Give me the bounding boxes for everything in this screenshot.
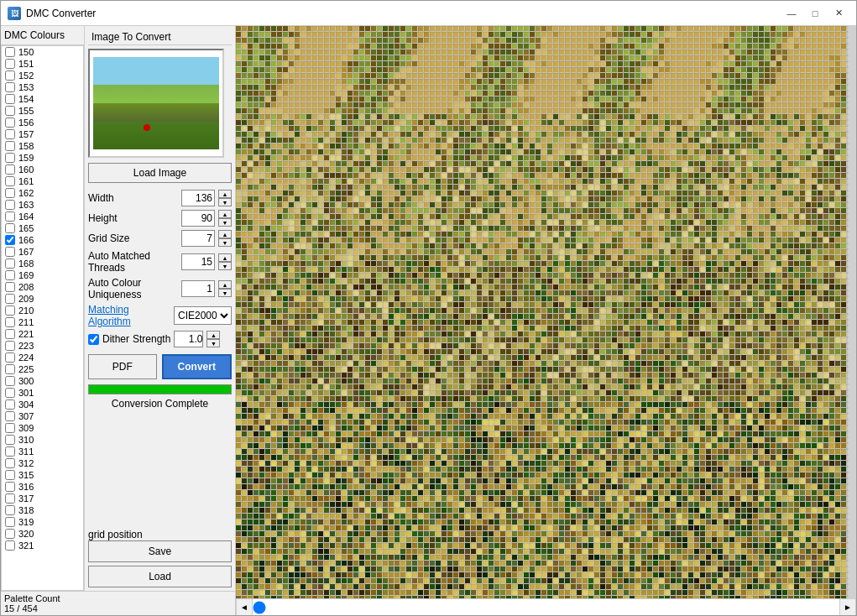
width-row: Width ▲ ▼ — [88, 190, 232, 206]
dmc-colour-checkbox[interactable] — [5, 305, 15, 316]
dmc-colour-checkbox[interactable] — [5, 247, 15, 257]
convert-button[interactable]: Convert — [162, 354, 233, 379]
dmc-colour-checkbox[interactable] — [5, 164, 15, 175]
strength-down-btn[interactable]: ▼ — [206, 339, 220, 347]
grid-size-input[interactable] — [181, 230, 215, 247]
auto-colour-input[interactable] — [181, 280, 215, 297]
list-item: 311 — [2, 446, 83, 457]
dmc-colour-checkbox[interactable] — [5, 211, 15, 222]
auto-matched-down-btn[interactable]: ▼ — [218, 262, 232, 270]
dmc-colour-checkbox[interactable] — [5, 505, 15, 515]
dmc-colour-checkbox[interactable] — [5, 235, 15, 245]
dmc-colour-checkbox[interactable] — [5, 482, 15, 492]
dmc-colour-checkbox[interactable] — [5, 364, 15, 374]
left-top: DMC Colours 1501511521531541551561571581… — [1, 26, 235, 591]
dmc-colour-checkbox[interactable] — [5, 270, 15, 280]
dmc-colour-checkbox[interactable] — [5, 317, 15, 327]
dmc-colour-label: 155 — [18, 106, 34, 116]
dmc-colour-checkbox[interactable] — [5, 388, 15, 398]
dmc-colour-checkbox[interactable] — [5, 258, 15, 269]
dmc-colour-checkbox[interactable] — [5, 188, 15, 198]
dmc-colour-list[interactable]: 1501511521531541551561571581591601611621… — [1, 45, 84, 591]
strength-up-btn[interactable]: ▲ — [206, 331, 220, 339]
title-bar: 🖼 DMC Converter — □ ✕ — [1, 1, 856, 26]
close-button[interactable]: ✕ — [828, 5, 849, 22]
grid-size-up-btn[interactable]: ▲ — [218, 230, 232, 238]
dmc-colour-checkbox[interactable] — [5, 329, 15, 339]
matching-algorithm-select[interactable]: CIE2000 RGB HSL — [174, 306, 232, 325]
dmc-colour-checkbox[interactable] — [5, 129, 15, 139]
dmc-colour-checkbox[interactable] — [5, 294, 15, 304]
dmc-colour-checkbox[interactable] — [5, 200, 15, 210]
app-icon: 🖼 — [8, 7, 21, 20]
dmc-colour-checkbox[interactable] — [5, 153, 15, 163]
dmc-colour-checkbox[interactable] — [5, 82, 15, 92]
width-spinner: ▲ ▼ — [218, 190, 232, 206]
pdf-button[interactable]: PDF — [88, 354, 157, 379]
dmc-colour-label: 168 — [18, 258, 34, 269]
scroll-left-button[interactable]: ◄ — [236, 599, 253, 616]
list-item: 304 — [2, 399, 83, 410]
dmc-colour-checkbox[interactable] — [5, 59, 15, 69]
dmc-colour-label: 159 — [18, 153, 34, 163]
grid-canvas-container[interactable] — [236, 26, 856, 598]
dmc-colour-checkbox[interactable] — [5, 352, 15, 363]
dmc-colour-checkbox[interactable] — [5, 223, 15, 233]
dither-checkbox[interactable] — [88, 334, 99, 345]
dmc-colour-checkbox[interactable] — [5, 141, 15, 151]
list-item: 165 — [2, 222, 83, 234]
dmc-colour-checkbox[interactable] — [5, 411, 15, 421]
dmc-colour-checkbox[interactable] — [5, 517, 15, 527]
load-image-button[interactable]: Load Image — [88, 163, 232, 183]
dmc-colour-checkbox[interactable] — [5, 458, 15, 468]
dmc-colour-checkbox[interactable] — [5, 176, 15, 186]
dither-label: Dither — [102, 333, 129, 345]
dmc-colour-checkbox[interactable] — [5, 435, 15, 445]
dmc-colour-checkbox[interactable] — [5, 529, 15, 539]
dmc-colour-checkbox[interactable] — [5, 493, 15, 504]
horizontal-scrollbar[interactable] — [253, 599, 839, 615]
width-down-btn[interactable]: ▼ — [218, 198, 232, 206]
list-item: 158 — [2, 140, 83, 152]
height-up-btn[interactable]: ▲ — [218, 210, 232, 218]
dmc-colour-label: 166 — [18, 235, 34, 245]
dmc-colour-checkbox[interactable] — [5, 94, 15, 104]
dmc-colour-checkbox[interactable] — [5, 376, 15, 386]
dmc-colour-checkbox[interactable] — [5, 282, 15, 292]
load-button[interactable]: Load — [88, 566, 232, 587]
auto-colour-up-btn[interactable]: ▲ — [218, 280, 232, 289]
dmc-colour-label: 157 — [18, 129, 34, 139]
image-to-convert-tab: Image To Convert — [88, 29, 232, 45]
list-item: 152 — [2, 70, 83, 81]
dmc-colour-checkbox[interactable] — [5, 70, 15, 81]
minimize-button[interactable]: — — [781, 5, 802, 22]
dmc-colour-checkbox[interactable] — [5, 540, 15, 551]
maximize-button[interactable]: □ — [804, 5, 826, 22]
width-up-btn[interactable]: ▲ — [218, 190, 232, 198]
dmc-colours-section: DMC Colours 1501511521531541551561571581… — [1, 26, 85, 591]
save-button[interactable]: Save — [88, 540, 232, 562]
auto-matched-input[interactable] — [181, 253, 215, 270]
width-input[interactable] — [181, 190, 215, 206]
strength-input[interactable] — [174, 331, 203, 347]
dmc-colour-checkbox[interactable] — [5, 399, 15, 410]
dmc-colour-checkbox[interactable] — [5, 470, 15, 480]
dmc-colour-checkbox[interactable] — [5, 341, 15, 351]
dmc-colour-checkbox[interactable] — [5, 47, 15, 57]
dmc-colour-label: 161 — [18, 176, 34, 186]
dmc-colour-label: 321 — [18, 540, 34, 551]
dmc-colour-checkbox[interactable] — [5, 446, 15, 457]
dmc-colour-checkbox[interactable] — [5, 423, 15, 433]
scroll-right-button[interactable]: ► — [839, 599, 856, 616]
height-input[interactable] — [181, 210, 215, 227]
list-item: 210 — [2, 305, 83, 316]
list-item: 221 — [2, 328, 83, 340]
dmc-colour-checkbox[interactable] — [5, 117, 15, 128]
auto-matched-up-btn[interactable]: ▲ — [218, 253, 232, 262]
height-down-btn[interactable]: ▼ — [218, 218, 232, 227]
grid-size-down-btn[interactable]: ▼ — [218, 238, 232, 247]
matching-algorithm-link[interactable]: Matching Algorithm — [88, 304, 170, 327]
auto-colour-down-btn[interactable]: ▼ — [218, 289, 232, 297]
dmc-colour-checkbox[interactable] — [5, 106, 15, 116]
cross-stitch-canvas[interactable] — [236, 26, 849, 598]
